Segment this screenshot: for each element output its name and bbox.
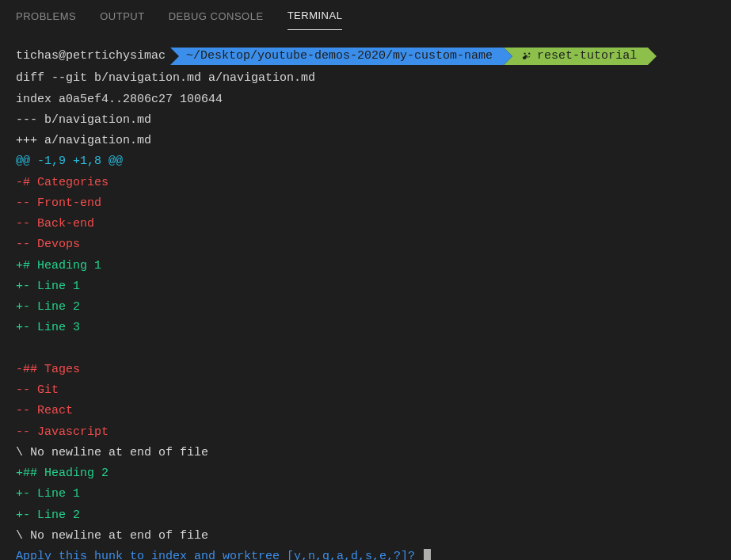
diff-removed-line: -- Front-end [16,193,715,214]
prompt-branch-segment: reset-tutorial [504,48,648,65]
diff-added-line: +- Line 1 [16,276,715,297]
diff-removed-line: -- Back-end [16,214,715,234]
diff-index-line: index a0a5ef4..2806c27 100644 [16,90,715,110]
prompt-path-segment: ~/Desktop/youtube-demos-2020/my-custom-n… [170,48,504,65]
diff-blank-line [16,339,715,360]
diff-added-line: +# Heading 1 [16,256,715,276]
diff-no-newline: \ No newline at end of file [16,526,715,547]
panel-tabs: PROBLEMS OUTPUT DEBUG CONSOLE TERMINAL [0,0,731,32]
diff-added-line: +## Heading 2 [16,463,715,484]
diff-removed-line: -- React [16,401,715,421]
diff-hunk-header: @@ -1,9 +1,8 @@ [16,151,715,172]
tab-problems[interactable]: PROBLEMS [16,2,76,30]
git-branch-icon [523,51,532,62]
diff-removed-line: -- Git [16,380,715,401]
diff-added-line: +- Line 2 [16,297,715,318]
terminal-output[interactable]: tichas@petrtichysimac ~/Desktop/youtube-… [0,32,731,560]
tab-output[interactable]: OUTPUT [100,2,144,30]
diff-added-line: +- Line 1 [16,484,715,505]
tab-debug-console[interactable]: DEBUG CONSOLE [169,2,264,30]
diff-file-b: +++ a/navigation.md [16,131,715,151]
tab-terminal[interactable]: TERMINAL [287,2,343,30]
diff-no-newline: \ No newline at end of file [16,443,715,463]
diff-removed-line: -# Categories [16,173,715,193]
prompt-path: ~/Desktop/youtube-demos-2020/my-custom-n… [186,48,493,65]
diff-added-line: +- Line 2 [16,505,715,526]
shell-prompt: tichas@petrtichysimac ~/Desktop/youtube-… [16,46,715,67]
diff-removed-line: -## Tages [16,360,715,380]
diff-removed-line: -- Devops [16,234,715,255]
prompt-branch: reset-tutorial [537,48,637,65]
diff-added-line: +- Line 3 [16,318,715,338]
terminal-cursor [424,549,431,560]
diff-file-a: --- b/navigation.md [16,110,715,131]
diff-removed-line: -- Javascript [16,422,715,443]
prompt-user-host: tichas@petrtichysimac [16,46,170,67]
diff-header-line: diff --git b/navigation.md a/navigation.… [16,68,715,89]
git-apply-prompt[interactable]: Apply this hunk to index and worktree [y… [16,547,715,560]
